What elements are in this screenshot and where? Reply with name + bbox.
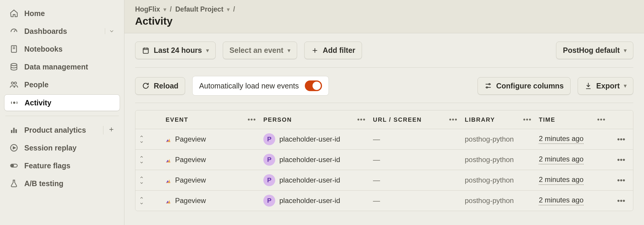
chevron-down-icon[interactable]: ▾ bbox=[164, 6, 166, 13]
row-expander[interactable] bbox=[135, 171, 162, 190]
sidebar-item-product-analytics[interactable]: Product analytics bbox=[4, 122, 120, 138]
svg-point-4 bbox=[14, 102, 15, 104]
chevron-down-icon[interactable] bbox=[105, 28, 115, 34]
cell-url: — bbox=[369, 131, 461, 148]
reload-button[interactable]: Reload bbox=[135, 77, 185, 95]
th-time[interactable]: TIME ••• bbox=[535, 110, 609, 129]
sidebar-item-notebooks[interactable]: Notebooks bbox=[4, 41, 120, 57]
svg-point-1 bbox=[11, 64, 17, 66]
column-menu-icon[interactable]: ••• bbox=[357, 116, 366, 123]
cell-url: — bbox=[369, 192, 461, 209]
cell-library: posthog-python bbox=[461, 192, 535, 209]
row-expander[interactable] bbox=[135, 191, 162, 210]
topbar: HogFlix ▾ / Default Project ▾ / Activity bbox=[124, 0, 644, 33]
cell-url: — bbox=[369, 151, 461, 168]
person-id: placeholder-user-id bbox=[279, 135, 340, 143]
add-filter-label: Add filter bbox=[323, 46, 355, 55]
sidebar-item-activity[interactable]: Activity bbox=[4, 94, 120, 111]
person-id: placeholder-user-id bbox=[279, 176, 340, 184]
gauge-icon bbox=[9, 27, 18, 36]
live-icon bbox=[10, 98, 19, 107]
svg-rect-11 bbox=[143, 48, 148, 53]
row-actions[interactable]: ••• bbox=[609, 151, 633, 169]
sidebar-item-label: People bbox=[24, 80, 49, 89]
pageview-icon bbox=[166, 178, 171, 183]
th-person[interactable]: PERSON ••• bbox=[260, 110, 369, 129]
avatar: P bbox=[263, 174, 275, 186]
calendar-icon bbox=[142, 47, 150, 54]
cell-time: 2 minutes ago bbox=[535, 171, 609, 189]
breadcrumb-separator: / bbox=[170, 5, 172, 13]
replay-icon bbox=[9, 143, 18, 152]
avatar: P bbox=[263, 195, 275, 207]
cell-time: 2 minutes ago bbox=[535, 151, 609, 169]
row-actions[interactable]: ••• bbox=[609, 131, 633, 148]
sidebar-item-data-management[interactable]: Data management bbox=[4, 59, 120, 75]
configure-columns-label: Configure columns bbox=[496, 82, 564, 90]
sidebar-item-ab-testing[interactable]: A/B testing bbox=[4, 175, 120, 191]
th-library[interactable]: LIBRARY ••• bbox=[461, 110, 535, 129]
th-event[interactable]: EVENT ••• bbox=[162, 110, 260, 129]
columns-preset-selector[interactable]: PostHog default ▾ bbox=[556, 42, 633, 59]
row-expander[interactable] bbox=[135, 130, 162, 149]
autoload-pill: Automatically load new events bbox=[192, 76, 329, 96]
breadcrumb-project[interactable]: Default Project bbox=[175, 5, 223, 13]
event-name: Pageview bbox=[175, 197, 206, 205]
reload-label: Reload bbox=[154, 82, 178, 90]
people-icon bbox=[9, 80, 18, 89]
chevron-down-icon: ▾ bbox=[624, 47, 627, 54]
chevron-down-icon: ▾ bbox=[624, 83, 627, 89]
sidebar-item-people[interactable]: People bbox=[4, 77, 120, 93]
sidebar-item-label: Feature flags bbox=[24, 161, 71, 170]
breadcrumb-separator: / bbox=[233, 5, 235, 13]
th-expand bbox=[135, 114, 162, 125]
configure-columns-button[interactable]: Configure columns bbox=[478, 77, 571, 95]
column-menu-icon[interactable]: ••• bbox=[449, 116, 458, 123]
svg-point-3 bbox=[14, 82, 17, 84]
svg-point-10 bbox=[11, 164, 14, 167]
row-actions[interactable]: ••• bbox=[609, 192, 633, 210]
toggle-icon bbox=[9, 161, 18, 170]
row-actions[interactable]: ••• bbox=[609, 172, 633, 189]
svg-rect-5 bbox=[11, 130, 12, 133]
sidebar-item-label: Home bbox=[24, 9, 45, 18]
cell-time: 2 minutes ago bbox=[535, 192, 609, 210]
cell-person[interactable]: P placeholder-user-id bbox=[260, 191, 369, 211]
column-menu-icon[interactable]: ••• bbox=[248, 116, 256, 123]
export-button[interactable]: Export ▾ bbox=[578, 77, 633, 95]
pageview-icon bbox=[166, 137, 171, 142]
cell-time: 2 minutes ago bbox=[535, 130, 609, 148]
sidebar-item-dashboards[interactable]: Dashboards bbox=[4, 23, 120, 39]
row-expander[interactable] bbox=[135, 150, 162, 169]
table-row[interactable]: Pageview P placeholder-user-id — posthog… bbox=[135, 150, 633, 170]
th-actions bbox=[609, 114, 633, 125]
cell-person[interactable]: P placeholder-user-id bbox=[260, 129, 369, 149]
sidebar-item-feature-flags[interactable]: Feature flags bbox=[4, 158, 120, 174]
cell-event: Pageview bbox=[162, 151, 260, 168]
cell-person[interactable]: P placeholder-user-id bbox=[260, 150, 369, 170]
breadcrumb-org[interactable]: HogFlix bbox=[135, 5, 160, 13]
cell-person[interactable]: P placeholder-user-id bbox=[260, 170, 369, 190]
th-url[interactable]: URL / SCREEN ••• bbox=[369, 110, 461, 129]
column-menu-icon[interactable]: ••• bbox=[523, 116, 532, 123]
sidebar: Home Dashboards Notebooks Data managemen… bbox=[0, 0, 124, 225]
autoload-toggle[interactable] bbox=[305, 80, 322, 91]
chevron-down-icon[interactable]: ▾ bbox=[227, 6, 230, 13]
sidebar-item-label: A/B testing bbox=[24, 179, 63, 188]
add-filter-button[interactable]: Add filter bbox=[304, 42, 362, 59]
avatar: P bbox=[263, 133, 275, 145]
time-range-label: Last 24 hours bbox=[154, 46, 202, 55]
svg-point-12 bbox=[489, 83, 490, 85]
column-menu-icon[interactable]: ••• bbox=[597, 116, 606, 123]
event-select-label: Select an event bbox=[230, 46, 283, 55]
breadcrumb: HogFlix ▾ / Default Project ▾ / bbox=[135, 5, 633, 13]
table-row[interactable]: Pageview P placeholder-user-id — posthog… bbox=[135, 129, 633, 150]
sidebar-item-home[interactable]: Home bbox=[4, 5, 120, 21]
table-row[interactable]: Pageview P placeholder-user-id — posthog… bbox=[135, 191, 633, 211]
plus-icon[interactable] bbox=[103, 126, 115, 134]
event-selector[interactable]: Select an event ▾ bbox=[223, 42, 297, 59]
sidebar-item-session-replay[interactable]: Session replay bbox=[4, 140, 120, 156]
table-row[interactable]: Pageview P placeholder-user-id — posthog… bbox=[135, 170, 633, 191]
page-title: Activity bbox=[135, 15, 633, 27]
time-range-selector[interactable]: Last 24 hours ▾ bbox=[135, 42, 216, 59]
